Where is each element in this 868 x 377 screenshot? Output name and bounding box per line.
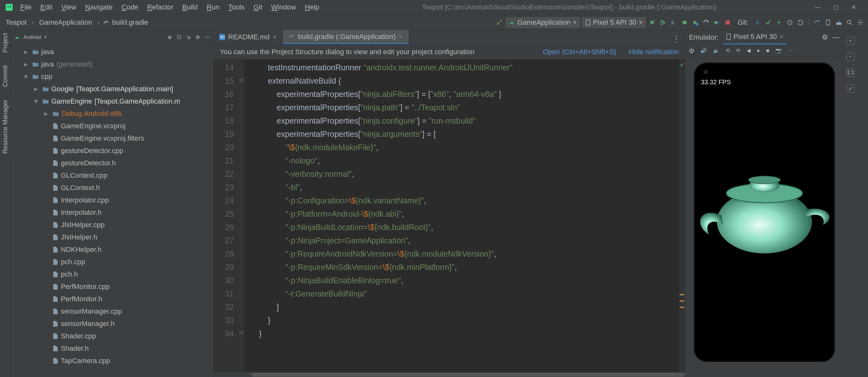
project-tree[interactable]: ▸java▸java (generated)▾cpp▸Google [Teapo… — [11, 44, 213, 368]
volume-down-icon[interactable]: 🔉 — [713, 48, 719, 54]
zoom-control-button[interactable]: − — [846, 53, 855, 61]
home-icon[interactable]: ● — [757, 48, 760, 54]
menu-navigate[interactable]: Navigate — [81, 3, 117, 11]
build-hammer-icon[interactable] — [495, 18, 504, 27]
emulator-screen[interactable]: 33.32 FPS — [695, 63, 834, 361]
tree-file[interactable]: GLContext.cpp — [11, 169, 213, 182]
editor-more-icon[interactable]: ⋮ — [668, 34, 685, 44]
tree-file[interactable]: GameEngine.vcxproj — [11, 120, 213, 132]
volume-up-icon[interactable]: 🔊 — [701, 48, 707, 54]
hide-pane-icon[interactable]: — — [833, 33, 839, 41]
apply-changes-button[interactable] — [659, 18, 668, 27]
editor-tab[interactable]: build.gradle (:GameApplication)× — [283, 30, 409, 44]
error-stripe[interactable]: ✔ — [679, 60, 685, 372]
tree-file[interactable]: gestureDetector.h — [11, 157, 213, 169]
tree-file[interactable]: pch.h — [11, 268, 213, 280]
emulator-device-tab[interactable]: Pixel 5 API 30 × — [723, 30, 786, 44]
rotate-right-icon[interactable]: ⟳ — [736, 48, 740, 54]
tool-window-resource-manager[interactable]: Resource Manager — [2, 100, 9, 154]
menu-run[interactable]: Run — [202, 3, 224, 11]
tree-file[interactable]: PerfMonitor.h — [11, 293, 213, 305]
breadcrumb-root[interactable]: Teapot — [4, 19, 29, 27]
back-icon[interactable]: ◀ — [747, 48, 750, 54]
zoom-control-button[interactable]: + — [846, 37, 855, 45]
code-text[interactable]: testInstrumentationRunner "androidx.test… — [245, 60, 679, 372]
tree-file[interactable]: NDKHelper.h — [11, 243, 213, 256]
code-editor[interactable]: 1415161718192021222324252627282930313233… — [214, 60, 685, 372]
git-pull-button[interactable] — [753, 18, 762, 27]
sdk-manager-button[interactable] — [834, 18, 843, 27]
menu-build[interactable]: Build — [178, 3, 202, 11]
menu-view[interactable]: View — [57, 3, 81, 11]
tree-file[interactable]: sensorManager.h — [11, 317, 213, 330]
filter-icon[interactable]: ☷ — [177, 34, 181, 40]
tree-file[interactable]: sensorManager.cpp — [11, 305, 213, 317]
tree-folder[interactable]: ▸java (generated) — [11, 58, 213, 70]
tree-folder[interactable]: ▾GameEngine [Teapot.GameApplication.m — [11, 95, 213, 107]
power-icon[interactable]: ⏻ — [689, 48, 694, 54]
tree-file[interactable]: PerfMonitor.cpp — [11, 280, 213, 293]
close-icon[interactable]: × — [273, 33, 277, 41]
overview-icon[interactable]: ■ — [766, 48, 770, 54]
close-icon[interactable]: × — [779, 33, 783, 41]
git-push-button[interactable] — [775, 18, 783, 27]
zoom-control-button[interactable]: 1:1 — [846, 68, 855, 77]
fold-gutter[interactable]: ⊟⊟ — [238, 60, 245, 372]
sync-gradle-button[interactable] — [813, 18, 822, 27]
notification-hide-link[interactable]: Hide notification — [629, 48, 679, 56]
tree-folder[interactable]: ▸Debug.Android-x86 — [11, 107, 213, 120]
notification-open-link[interactable]: Open (Ctrl+Alt+Shift+S) — [543, 48, 617, 56]
tool-window-commit[interactable]: Commit — [2, 65, 9, 87]
stop-button[interactable] — [723, 18, 732, 27]
apply-code-changes-button[interactable] — [670, 18, 678, 27]
tree-file[interactable]: Interpolator.cpp — [11, 194, 213, 206]
chevron-down-icon[interactable]: ▾ — [44, 34, 46, 40]
tree-file[interactable]: TapCamera.cpp — [11, 354, 213, 367]
run-config-dropdown[interactable]: GameApplication ▾ — [505, 17, 580, 28]
warning-marker-icon[interactable] — [680, 307, 684, 308]
git-history-button[interactable] — [785, 18, 794, 27]
project-view-label[interactable]: Android — [24, 34, 41, 40]
search-everywhere-button[interactable] — [845, 18, 854, 27]
more-icon[interactable]: ⋯ — [788, 48, 793, 54]
gear-icon[interactable]: ⚙ — [822, 33, 828, 41]
attach-debugger-button[interactable] — [712, 18, 721, 27]
git-rollback-button[interactable] — [796, 18, 805, 27]
tree-file[interactable]: GameEngine.vcxproj.filters — [11, 132, 213, 145]
menu-file[interactable]: File — [16, 3, 36, 11]
menu-refactor[interactable]: Refactor — [143, 3, 178, 11]
debug-button[interactable] — [680, 18, 689, 27]
git-commit-button[interactable] — [764, 18, 773, 27]
warning-marker-icon[interactable] — [680, 294, 684, 295]
tree-file[interactable]: gestureDetector.cpp — [11, 145, 213, 157]
tree-file[interactable]: Interpolator.h — [11, 206, 213, 219]
menu-code[interactable]: Code — [117, 3, 143, 11]
screenshot-icon[interactable]: 📷 — [775, 48, 782, 54]
close-button[interactable]: ✕ — [851, 4, 856, 11]
hide-pane-icon[interactable]: — — [205, 34, 210, 40]
profile-button[interactable] — [702, 18, 711, 27]
menu-window[interactable]: Window — [267, 3, 300, 11]
breadcrumb-file[interactable]: build.gradle — [110, 19, 150, 27]
gear-icon[interactable]: ⚙ — [195, 34, 200, 40]
breadcrumb-module[interactable]: GameApplication — [37, 19, 94, 27]
tree-file[interactable]: Shader.h — [11, 342, 213, 354]
minimize-button[interactable]: — — [815, 4, 820, 11]
collapse-icon[interactable]: ⇲ — [186, 34, 190, 40]
horizontal-scrollbar[interactable] — [214, 372, 685, 377]
tree-folder[interactable]: ▸java — [11, 45, 213, 58]
menu-help[interactable]: Help — [300, 3, 323, 11]
menu-edit[interactable]: Edit — [36, 3, 57, 11]
tool-window-project[interactable]: Project — [2, 33, 9, 53]
tree-file[interactable]: JNIHelper.h — [11, 231, 213, 243]
tree-file[interactable]: Shader.cpp — [11, 330, 213, 342]
menu-git[interactable]: Git — [249, 3, 267, 11]
maximize-button[interactable]: ▢ — [833, 4, 839, 11]
tree-file[interactable]: JNIHelper.cpp — [11, 219, 213, 231]
device-dropdown[interactable]: Pixel 5 API 30 ▾ — [582, 17, 646, 28]
locate-icon[interactable]: ⊕ — [167, 34, 172, 40]
close-icon[interactable]: × — [399, 33, 403, 41]
warning-marker-icon[interactable] — [680, 300, 684, 302]
coverage-button[interactable] — [691, 18, 700, 27]
tree-folder[interactable]: ▸Google [Teapot.GameApplication.main] — [11, 83, 213, 95]
